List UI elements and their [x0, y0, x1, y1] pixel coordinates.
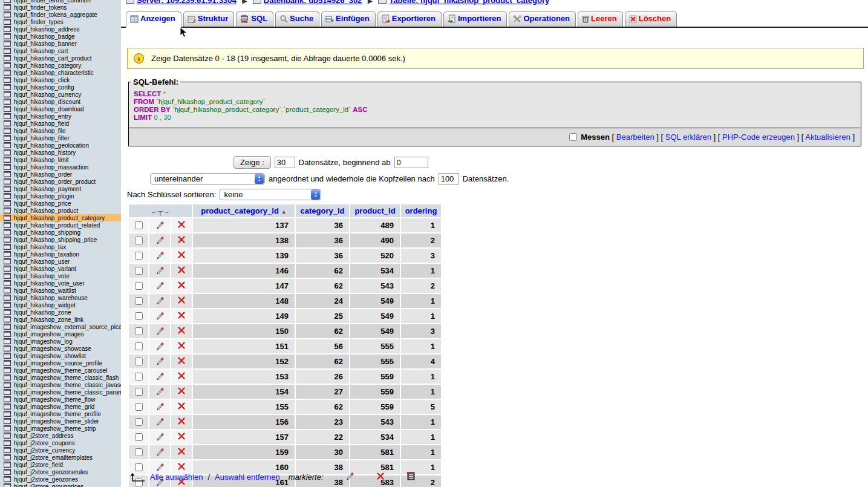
tab-sql[interactable]: SQLSQL — [236, 11, 273, 27]
delete-row-icon[interactable] — [171, 400, 192, 414]
edit-row-icon[interactable] — [149, 234, 170, 247]
tab-leeren[interactable]: Leeren — [578, 11, 623, 27]
sidebar-item-hjquf_hikashop_user[interactable]: hjquf_hikashop_user — [0, 258, 121, 265]
row-checkbox[interactable] — [135, 448, 143, 456]
row-checkbox[interactable] — [135, 282, 143, 290]
column-header-link[interactable]: product_id — [354, 206, 395, 215]
edit-row-icon[interactable] — [149, 279, 170, 293]
row-checkbox[interactable] — [135, 297, 143, 305]
delete-row-icon[interactable] — [171, 355, 192, 368]
sidebar-item-hjquf_hikashop_payment[interactable]: hjquf_hikashop_payment — [0, 185, 121, 192]
sidebar-item-hjquf_hikashop_limit[interactable]: hjquf_hikashop_limit — [0, 156, 121, 163]
sidebar-item-hjquf_hikashop_download[interactable]: hjquf_hikashop_download — [0, 105, 121, 113]
delete-row-icon[interactable] — [171, 370, 192, 384]
breadcrumb-server-link[interactable]: Server: 109.239.61.91:3304 — [137, 0, 237, 5]
sidebar-item-hjquf_finder_tokens[interactable]: hjquf_finder_tokens — [0, 4, 121, 11]
row-count-input[interactable] — [275, 157, 295, 168]
row-checkbox[interactable] — [135, 237, 143, 244]
sidebar-item-hjquf_finder_types[interactable]: hjquf_finder_types — [0, 18, 121, 25]
sidebar-item-hjquf_hikashop_zone_link[interactable]: hjquf_hikashop_zone_link — [0, 316, 121, 323]
sidebar-item-hjquf_imageshow_theme_carousel[interactable]: hjquf_imageshow_theme_carousel — [0, 367, 121, 374]
table-options-toggle[interactable]: ←┬→ — [129, 204, 192, 217]
tab-anzeigen[interactable]: Anzeigen — [126, 11, 181, 28]
export-selected-icon[interactable] — [406, 471, 416, 482]
tab-einfgen[interactable]: +Einfügen — [321, 11, 376, 27]
sidebar-item-hjquf_hikashop_currency[interactable]: hjquf_hikashop_currency — [0, 91, 121, 98]
delete-row-icon[interactable] — [171, 294, 192, 308]
row-checkbox[interactable] — [135, 403, 143, 411]
edit-row-icon[interactable] — [149, 309, 170, 323]
sidebar-item-hjquf_hikashop_characteristic[interactable]: hjquf_hikashop_characteristic — [0, 69, 121, 76]
sidebar-item-hjquf_hikashop_badge[interactable]: hjquf_hikashop_badge — [0, 33, 121, 40]
sidebar-item-hjquf_imageshow_theme_slider[interactable]: hjquf_imageshow_theme_slider — [0, 417, 121, 425]
sidebar-item-hjquf_hikashop_taxation[interactable]: hjquf_hikashop_taxation — [0, 250, 121, 258]
edit-row-icon[interactable] — [149, 400, 170, 414]
sidebar-item-hjquf_hikashop_warehouse[interactable]: hjquf_hikashop_warehouse — [0, 294, 121, 301]
sidebar-item-hjquf_hikashop_cart_product[interactable]: hjquf_hikashop_cart_product — [0, 54, 121, 62]
sidebar-item-hjquf_hikashop_shipping_price[interactable]: hjquf_hikashop_shipping_price — [0, 236, 121, 243]
sidebar-item-hjquf_imageshow_theme_classic_param[interactable]: hjquf_imageshow_theme_classic_param — [0, 388, 121, 396]
sidebar-item-hjquf_j2store_geozones[interactable]: hjquf_j2store_geozones — [0, 476, 121, 483]
row-checkbox[interactable] — [135, 433, 143, 441]
sidebar-item-hjquf_hikashop_cart[interactable]: hjquf_hikashop_cart — [0, 47, 121, 54]
delete-row-icon[interactable] — [171, 430, 192, 444]
delete-row-icon[interactable] — [171, 249, 192, 263]
sidebar-item-hjquf_j2store_geozonerules[interactable]: hjquf_j2store_geozonerules — [0, 468, 121, 476]
sidebar-item-hjquf_imageshow_log[interactable]: hjquf_imageshow_log — [0, 338, 121, 345]
sidebar-item-hjquf_hikashop_vote[interactable]: hjquf_hikashop_vote — [0, 272, 121, 279]
sidebar-item-hjquf_hikashop_file[interactable]: hjquf_hikashop_file — [0, 127, 121, 134]
sidebar-item-hjquf_finder_tokens_aggregate[interactable]: hjquf_finder_tokens_aggregate — [0, 11, 121, 18]
column-header-product-id[interactable]: product_id — [350, 204, 400, 217]
sql-action-link-aktualisieren[interactable]: Aktualisieren — [805, 132, 850, 142]
show-button[interactable]: Zeige : — [233, 156, 271, 169]
sidebar-item-hjquf_hikashop_tax[interactable]: hjquf_hikashop_tax — [0, 243, 121, 250]
sort-key-select[interactable]: keine ▲▼ — [220, 189, 321, 200]
tab-struktur[interactable]: Struktur — [183, 11, 235, 27]
sql-action-link-phpcodeerzeugen[interactable]: PHP-Code erzeugen — [722, 132, 795, 142]
edit-row-icon[interactable] — [149, 430, 170, 444]
sidebar-item-hjquf_imageshow_showlist[interactable]: hjquf_imageshow_showlist — [0, 352, 121, 359]
profiling-checkbox[interactable] — [569, 133, 577, 141]
delete-row-icon[interactable] — [171, 309, 192, 323]
sidebar-item-hjquf_hikashop_geolocation[interactable]: hjquf_hikashop_geolocation — [0, 142, 121, 149]
delete-selected-icon[interactable] — [376, 472, 385, 482]
row-checkbox[interactable] — [135, 463, 143, 471]
sidebar-item-hjquf_hikashop_massaction[interactable]: hjquf_hikashop_massaction — [0, 163, 121, 171]
row-checkbox[interactable] — [135, 267, 143, 275]
edit-row-icon[interactable] — [149, 370, 170, 384]
sidebar-item-hjquf_hikashop_order[interactable]: hjquf_hikashop_order — [0, 171, 121, 178]
edit-row-icon[interactable] — [149, 324, 170, 338]
sidebar-item-hjquf_hikashop_history[interactable]: hjquf_hikashop_history — [0, 149, 121, 156]
row-checkbox[interactable] — [135, 327, 143, 335]
column-header-link[interactable]: category_id — [301, 206, 345, 215]
sidebar-item-hjquf_hikashop_click[interactable]: hjquf_hikashop_click — [0, 76, 121, 83]
sidebar-item-hjquf_hikashop_vote_user[interactable]: hjquf_hikashop_vote_user — [0, 279, 121, 287]
delete-row-icon[interactable] — [171, 445, 192, 459]
sidebar-item-hjquf_hikashop_plugin[interactable]: hjquf_hikashop_plugin — [0, 192, 121, 200]
check-all-link[interactable]: Alle auswählen — [150, 472, 203, 482]
sidebar-item-hjquf_imageshow_images[interactable]: hjquf_imageshow_images — [0, 330, 121, 338]
sidebar-item-hjquf_hikashop_discount[interactable]: hjquf_hikashop_discount — [0, 98, 121, 105]
edit-row-icon[interactable] — [149, 218, 170, 232]
row-checkbox[interactable] — [135, 418, 143, 426]
column-header-ordering[interactable]: ordering — [401, 204, 441, 217]
row-checkbox[interactable] — [135, 342, 143, 350]
edit-selected-icon[interactable] — [345, 471, 354, 482]
uncheck-all-link[interactable]: Auswahl entfernen — [215, 472, 280, 482]
delete-row-icon[interactable] — [171, 218, 192, 232]
start-row-input[interactable] — [394, 157, 428, 168]
sidebar-item-hjquf_imageshow_showcase[interactable]: hjquf_imageshow_showcase — [0, 345, 121, 352]
sidebar-item-hjquf_hikashop_banner[interactable]: hjquf_hikashop_banner — [0, 40, 121, 47]
repeat-headers-input[interactable] — [439, 173, 459, 185]
sidebar-item-hjquf_hikashop_product_related[interactable]: hjquf_hikashop_product_related — [0, 221, 121, 229]
row-checkbox[interactable] — [135, 358, 143, 365]
delete-row-icon[interactable] — [171, 264, 192, 278]
sidebar-item-hjquf_imageshow_theme_classic_javasc[interactable]: hjquf_imageshow_theme_classic_javasc — [0, 381, 121, 388]
sidebar-item-hjquf_j2store_field[interactable]: hjquf_j2store_field — [0, 461, 121, 468]
sidebar-item-hjquf_imageshow_theme_classic_flash[interactable]: hjquf_imageshow_theme_classic_flash — [0, 374, 121, 381]
sidebar-item-hjquf_imageshow_theme_profile[interactable]: hjquf_imageshow_theme_profile — [0, 410, 121, 417]
sidebar-item-hjquf_hikashop_product[interactable]: hjquf_hikashop_product — [0, 207, 121, 214]
sidebar-item-hjquf_hikashop_price[interactable]: hjquf_hikashop_price — [0, 200, 121, 207]
delete-row-icon[interactable] — [171, 415, 192, 429]
tab-lschen[interactable]: Löschen — [625, 11, 677, 27]
